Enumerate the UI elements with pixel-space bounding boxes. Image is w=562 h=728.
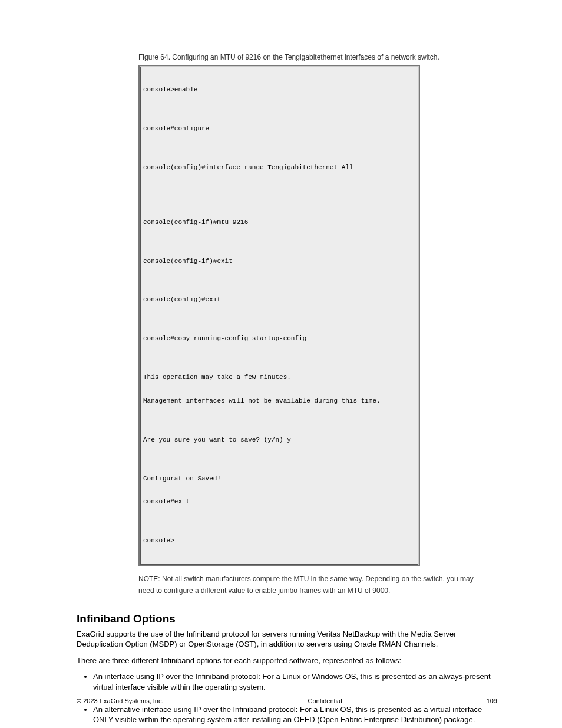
terminal-line: console(config-if)#mtu 9216 xyxy=(143,219,415,226)
terminal-line: console#copy running-config startup-conf… xyxy=(143,335,415,342)
terminal: console>enable console#configure console… xyxy=(140,67,418,565)
terminal-line: console(config)#interface range Tengigab… xyxy=(143,164,415,172)
terminal-line: Configuration Saved! xyxy=(143,475,415,483)
terminal-line: console#configure xyxy=(143,125,415,133)
note-line-2: need to configure a different value to e… xyxy=(138,587,497,595)
section-heading: Infiniband Options xyxy=(77,612,497,625)
terminal-frame-inner: console>enable console#configure console… xyxy=(140,66,419,565)
terminal-frame-outer: console>enable console#configure console… xyxy=(138,65,420,566)
page-footer: © 2023 ExaGrid Systems, Inc. Confidentia… xyxy=(77,697,497,704)
footer-confidential: Confidential xyxy=(308,697,342,704)
terminal-line: console>enable xyxy=(143,86,415,94)
terminal-line: console> xyxy=(143,537,415,545)
paragraph-2: There are three different Infiniband opt… xyxy=(77,655,497,666)
list-item: An alternative interface using IP over t… xyxy=(93,704,497,725)
terminal-line: console#exit xyxy=(143,498,415,506)
figure-caption: Figure 64. Configuring an MTU of 9216 on… xyxy=(138,53,497,61)
terminal-line: Management interfaces will not be availa… xyxy=(143,397,415,405)
list-item: An interface using IP over the Infiniban… xyxy=(93,671,497,692)
terminal-line: console(config)#exit xyxy=(143,296,415,304)
terminal-line: This operation may take a few minutes. xyxy=(143,374,415,381)
note-line-1: NOTE: Not all switch manufacturers compu… xyxy=(138,575,497,583)
terminal-line: Are you sure you want to save? (y/n) y xyxy=(143,436,415,444)
page: Figure 64. Configuring an MTU of 9216 on… xyxy=(0,0,562,728)
terminal-line: console(config-if)#exit xyxy=(143,258,415,265)
footer-page-number: 109 xyxy=(487,697,497,704)
paragraph-1: ExaGrid supports the use of the Infiniba… xyxy=(77,629,497,650)
footer-copyright: © 2023 ExaGrid Systems, Inc. xyxy=(77,697,164,704)
